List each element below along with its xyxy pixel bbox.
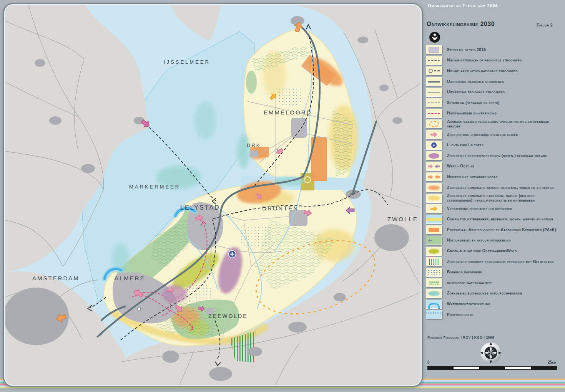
legend-item: Waterfrontontwikkeling [426, 299, 563, 309]
map-svg: IJsselmeerMarkermeerEmmeloordUrkLelystad… [5, 5, 422, 386]
legend-item: Aandachtsgebied verbetering ontsluiting … [426, 119, 563, 129]
legend-symbol [426, 289, 442, 298]
page-title: Ontwikkelingsvisie 2030 [427, 21, 495, 28]
legend-symbol [426, 215, 442, 224]
legend-item: Luchthaven Lelystad [426, 140, 563, 151]
legend-symbol [426, 300, 442, 309]
legend-symbol [426, 88, 442, 97]
legend-symbol [426, 183, 442, 192]
map-label-emmeloord: Emmeloord [264, 109, 312, 116]
legend-label: Zoekgebied robuuste ecologische verbindi… [447, 260, 553, 264]
page: { "header": { "plan_title": "Omgevingspl… [0, 0, 565, 392]
airport-lelystad-icon [229, 251, 236, 258]
figure-label: Figuur 2 [537, 23, 553, 27]
legend-symbol [426, 225, 442, 234]
business-zone-almere [162, 285, 187, 303]
legend-item: Versterking recreatief uitloopgebied [426, 203, 563, 214]
legend-label: Zoekgebied buitendijkse natuurcompensati… [447, 291, 522, 296]
map-label-lelystad: Lelystad [180, 204, 220, 211]
legend-item: Hoogwaardige ov-verbinding [426, 108, 563, 119]
legend-label: Noordelijke ontwikkelingsas [447, 175, 498, 179]
flevoland-logo-icon [429, 31, 440, 43]
legend-item: Provinciaal Archeologisch en Aardkundig … [426, 225, 563, 235]
legend-symbol [426, 268, 442, 277]
legend-item: Noordelijke ontwikkelingsas [426, 172, 563, 182]
legend-symbol [426, 247, 442, 256]
legend: Stedelijk gebied 2015 Nieuwe nationale- … [426, 45, 563, 320]
legend-symbol [426, 278, 442, 287]
legend-item: Nieuwe aansluiting nationale stroomweg [426, 66, 563, 76]
map-label-markermeer: Markermeer [129, 184, 180, 190]
legend-label: Zoekgebied combinatie landbouw, natuur (… [447, 194, 562, 203]
legend-label: Stedelijk gebied 2015 [447, 48, 486, 52]
legend-symbol [426, 310, 442, 319]
legend-item: Zoekgebied bedrijventerreinen (boven-) r… [426, 151, 563, 161]
legend-label: Natuurgebied en natuurontwikkeling [447, 238, 511, 243]
legend-label: Uitbreiding regionale stroomweg [447, 90, 505, 94]
scale-bar [427, 366, 557, 370]
map-label-zeewolde: Zeewolde [208, 313, 248, 319]
legend-symbol [426, 119, 442, 128]
legend-item: Natuurgebied en natuurontwikkeling [426, 235, 563, 246]
legend-label: Zoekgebied combinatie natuur, recreatie,… [447, 185, 554, 190]
scale-labels: 0 25km [427, 360, 556, 364]
legend-label: Nieuwe aansluiting nationale stroomweg [447, 69, 518, 73]
legend-label: Zoekgebied bedrijventerreinen (boven-) r… [447, 154, 547, 158]
legend-label: West - Oost as [447, 164, 474, 169]
map-label-almere: Almere [115, 275, 145, 281]
legend-label: Spoorlijn (bestaand en nieuw) [447, 101, 500, 105]
legend-item: Zoekgebied combinatie landbouw, natuur (… [426, 193, 563, 203]
legend-item: Stedelijk gebied 2015 [426, 45, 563, 55]
legend-label: Versterking recreatief uitloopgebied [447, 207, 512, 211]
legend-label: Nieuwe nationale- of regionale stroomweg [447, 58, 522, 63]
plan-title: Omgevingsplan Flevoland 2006 [428, 3, 498, 8]
legend-label: Luchthaven Lelystad [447, 143, 484, 147]
legend-symbol [426, 257, 442, 266]
legend-symbol [426, 66, 442, 75]
map-panel: IJsselmeerMarkermeerEmmeloordUrkLelystad… [3, 3, 423, 387]
legend-item: Groen-blauwe zone OostvaardersWold [426, 246, 563, 256]
legend-label: Provinciaal Archeologisch en Aardkundig … [447, 228, 556, 232]
legend-label: bijzondere waterkwaliteit [447, 281, 492, 285]
legend-label: Hoogwaardige ov-verbinding [447, 111, 497, 116]
legend-label: Bodemdalingsgebied [447, 270, 482, 275]
scale-start: 0 [427, 360, 430, 364]
scale-end: 25km [548, 360, 556, 364]
legend-panel: Omgevingsplan Flevoland 2006 Ontwikkelin… [423, 0, 565, 392]
source-credit: Provincie Flevoland | ROV | KGO | 2006 [427, 336, 494, 339]
map-label-urk: Urk [247, 142, 261, 148]
legend-symbol [426, 151, 442, 160]
legend-item: Combinatie waterbeheer, recreatie, wonen… [426, 214, 563, 225]
legend-label: Groen-blauwe zone OostvaardersWold [447, 249, 517, 253]
legend-item: West - Oost as [426, 161, 563, 172]
legend-label: Waterfrontontwikkeling [447, 302, 490, 306]
legend-label: Uitbreiding nationale stroomweg [447, 79, 504, 84]
legend-label: Zoekrichting uitbreiding stedelijk gebie… [447, 132, 518, 137]
legend-item: Zoekgebied combinatie natuur, recreatie,… [426, 182, 563, 193]
legend-symbol [426, 204, 442, 213]
legend-label: Combinatie waterbeheer, recreatie, wonen… [447, 217, 553, 222]
legend-item: Uitbreiding nationale stroomweg [426, 76, 563, 87]
legend-item: Uitbreiding regionale stroomweg [426, 87, 563, 98]
legend-symbol [426, 77, 442, 86]
legend-symbol [426, 98, 442, 107]
map-label-ijsselmeer: IJsselmeer [164, 59, 210, 65]
legend-symbol [426, 194, 442, 203]
legend-label: Aandachtsgebied verbetering ontsluiting … [447, 119, 562, 129]
new-junction-marker [138, 307, 141, 310]
legend-symbol [426, 236, 442, 245]
legend-symbol [426, 162, 442, 171]
legend-symbol [426, 141, 442, 150]
map-label-zwolle: Zwolle [387, 216, 418, 222]
legend-symbol [426, 172, 442, 181]
legend-symbol [426, 109, 442, 118]
legend-item: Zoekrichting uitbreiding stedelijk gebie… [426, 129, 563, 140]
map-label-amsterdam: Amsterdam [32, 275, 80, 281]
legend-symbol [426, 56, 442, 65]
legend-item: Nieuwe nationale- of regionale stroomweg [426, 55, 563, 66]
map-label-dronten: Dronten [262, 205, 299, 212]
legend-item: Bodemdalingsgebied [426, 267, 563, 278]
legend-symbol [426, 130, 442, 139]
legend-item: Zoekgebied robuuste ecologische verbindi… [426, 256, 563, 267]
legend-item: Provinciegrens [426, 309, 563, 320]
